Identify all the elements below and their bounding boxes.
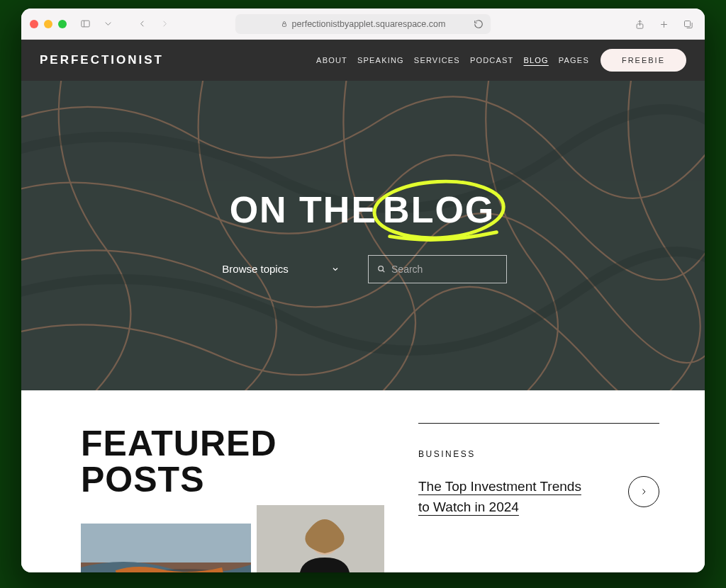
featured-section: FEATURED POSTS: [21, 390, 705, 572]
tab-group-dropdown-icon[interactable]: [99, 16, 116, 33]
site-header: PERFECTIONIST ABOUT SPEAKING SERVICES PO…: [21, 40, 705, 81]
page-viewport: PERFECTIONIST ABOUT SPEAKING SERVICES PO…: [21, 40, 705, 572]
featured-post-link[interactable]: The Top Investment Trends to Watch in 20…: [418, 476, 596, 518]
freebie-button[interactable]: FREEBIE: [601, 49, 686, 72]
window-zoom-button[interactable]: [58, 20, 67, 28]
address-bar-url: perfectionistbyapplet.squarespace.com: [292, 19, 446, 29]
browse-topics-label: Browse topics: [222, 263, 288, 275]
svg-line-11: [382, 270, 384, 272]
hero-title-emph: BLOG: [383, 189, 495, 230]
search-input[interactable]: [391, 264, 498, 275]
primary-nav: ABOUT SPEAKING SERVICES PODCAST BLOG PAG…: [316, 56, 589, 64]
window-close-button[interactable]: [30, 20, 38, 28]
hero-title-pre: ON THE: [230, 188, 377, 231]
sidebar-toggle-button[interactable]: [77, 16, 94, 33]
svg-point-10: [378, 266, 383, 271]
tab-overview-button[interactable]: [679, 16, 696, 33]
svg-rect-6: [684, 21, 690, 26]
browser-titlebar: perfectionistbyapplet.squarespace.com: [21, 9, 705, 40]
hero-title: ON THE BLOG: [230, 188, 497, 231]
svg-rect-2: [282, 23, 286, 26]
nav-about[interactable]: ABOUT: [316, 56, 347, 64]
nav-pages[interactable]: PAGES: [559, 56, 589, 64]
share-button[interactable]: [631, 16, 648, 33]
site-logo[interactable]: PERFECTIONIST: [40, 53, 164, 67]
svg-rect-8: [21, 81, 705, 390]
featured-thumbnail-2[interactable]: [257, 505, 384, 572]
new-tab-button[interactable]: [655, 16, 672, 33]
svg-rect-0: [81, 21, 89, 27]
nav-podcast[interactable]: PODCAST: [470, 56, 514, 64]
featured-thumbnails: [81, 511, 384, 572]
nav-services[interactable]: SERVICES: [414, 56, 460, 64]
reload-icon[interactable]: [474, 19, 484, 29]
lock-icon: [281, 21, 288, 28]
nav-speaking[interactable]: SPEAKING: [357, 56, 404, 64]
chevron-right-icon: [640, 487, 648, 496]
nav-blog[interactable]: BLOG: [523, 56, 548, 64]
hero-background: [21, 81, 705, 390]
divider: [418, 423, 659, 424]
hero-section: ON THE BLOG Browse topics: [21, 81, 705, 390]
search-box[interactable]: [368, 255, 507, 283]
featured-thumbnail-1[interactable]: [81, 524, 251, 572]
browser-window: perfectionistbyapplet.squarespace.com PE…: [21, 9, 705, 572]
window-controls: [30, 20, 67, 28]
window-minimize-button[interactable]: [44, 20, 52, 28]
featured-heading: FEATURED POSTS: [81, 426, 386, 498]
chevron-down-icon: [331, 265, 340, 273]
address-bar[interactable]: perfectionistbyapplet.squarespace.com: [235, 14, 491, 34]
browse-topics-dropdown[interactable]: Browse topics: [219, 259, 342, 279]
search-icon: [377, 264, 386, 274]
nav-forward-button[interactable]: [156, 16, 173, 33]
featured-category: BUSINESS: [418, 449, 659, 459]
next-post-button[interactable]: [628, 476, 659, 507]
nav-back-button[interactable]: [133, 16, 150, 33]
